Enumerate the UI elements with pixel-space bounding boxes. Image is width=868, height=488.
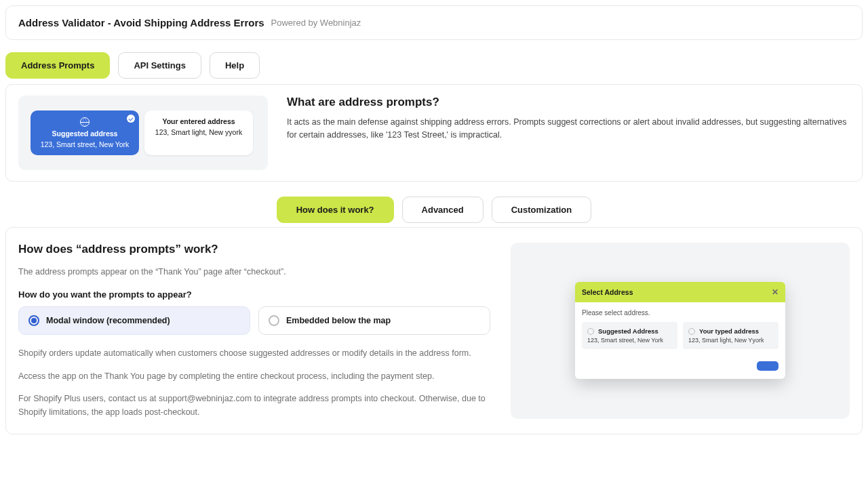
modal-please: Please select address. (582, 309, 778, 317)
modal-opt-suggested[interactable]: Suggested Address 123, Smart street, New… (582, 322, 677, 349)
note-2: Access the app on the Thank You page by … (18, 370, 490, 383)
modal-opt1-title: Suggested Address (598, 327, 658, 335)
how-notes: Shopify orders update automatically when… (18, 347, 490, 419)
subtab-how[interactable]: How does it work? (277, 197, 394, 223)
modal-opt2-title: Your typed address (699, 327, 759, 335)
entered-addr: 123, Smart light, New yyork (155, 128, 242, 136)
modal-title: Select Address (582, 288, 633, 296)
radio-icon (28, 315, 39, 326)
radio-icon (688, 328, 695, 335)
subtab-advanced[interactable]: Advanced (402, 197, 484, 223)
what-section: Suggested address 123, Smart street, New… (5, 84, 863, 182)
tab-address-prompts[interactable]: Address Prompts (5, 52, 110, 79)
what-heading: What are address prompts? (287, 96, 850, 109)
modal-header: Select Address ✕ (575, 282, 785, 302)
suggested-addr: 123, Smart street, New York (41, 140, 130, 148)
radio-icon (269, 315, 279, 326)
how-preview: Select Address ✕ Please select address. … (511, 243, 850, 419)
modal-opt-typed[interactable]: Your typed address 123, Smart light, New… (683, 322, 778, 349)
globe-icon (80, 117, 90, 127)
radio-icon (587, 328, 594, 335)
entered-title: Your entered address (162, 117, 235, 125)
app-title: Address Validator - Avoid Shipping Addre… (18, 17, 264, 28)
how-intro: The address prompts appear on the “Thank… (18, 266, 490, 279)
what-body: It acts as the main defense against ship… (287, 116, 850, 142)
modal-opt1-addr: 123, Smart street, New York (587, 337, 672, 344)
app-header: Address Validator - Avoid Shipping Addre… (5, 5, 863, 40)
display-options: Modal window (recommended) Embedded belo… (18, 306, 490, 335)
entered-address-card[interactable]: Your entered address 123, Smart light, N… (144, 110, 253, 155)
how-question: How do you want the prompts to appear? (18, 289, 490, 300)
primary-tabs: Address Prompts API Settings Help (5, 52, 863, 79)
how-heading: How does “address prompts” work? (18, 243, 490, 256)
what-explain: What are address prompts? It acts as the… (287, 96, 850, 142)
check-icon (127, 115, 135, 123)
tab-api-settings[interactable]: API Settings (118, 52, 201, 79)
close-icon[interactable]: ✕ (772, 287, 778, 297)
note-1: Shopify orders update automatically when… (18, 347, 490, 360)
secondary-tabs: How does it work? Advanced Customization (5, 197, 863, 223)
how-section: How does “address prompts” work? The add… (5, 227, 863, 434)
subtab-customization[interactable]: Customization (492, 197, 592, 223)
tab-help[interactable]: Help (210, 52, 260, 79)
suggested-address-card[interactable]: Suggested address 123, Smart street, New… (31, 110, 139, 155)
address-preview: Suggested address 123, Smart street, New… (18, 96, 268, 170)
modal-opt2-addr: 123, Smart light, New Yyork (688, 337, 773, 344)
option-embedded[interactable]: Embedded below the map (258, 306, 490, 335)
how-left: How does “address prompts” work? The add… (18, 243, 490, 419)
option-embedded-label: Embedded below the map (286, 316, 391, 325)
powered-by: Powered by Webninjaz (271, 18, 361, 28)
option-modal-label: Modal window (recommended) (46, 316, 170, 325)
option-modal-window[interactable]: Modal window (recommended) (18, 306, 250, 335)
suggested-title: Suggested address (52, 129, 118, 138)
modal-confirm-button[interactable] (757, 361, 778, 371)
note-3: For Shopify Plus users, contact us at su… (18, 392, 490, 419)
preview-modal: Select Address ✕ Please select address. … (575, 282, 785, 379)
